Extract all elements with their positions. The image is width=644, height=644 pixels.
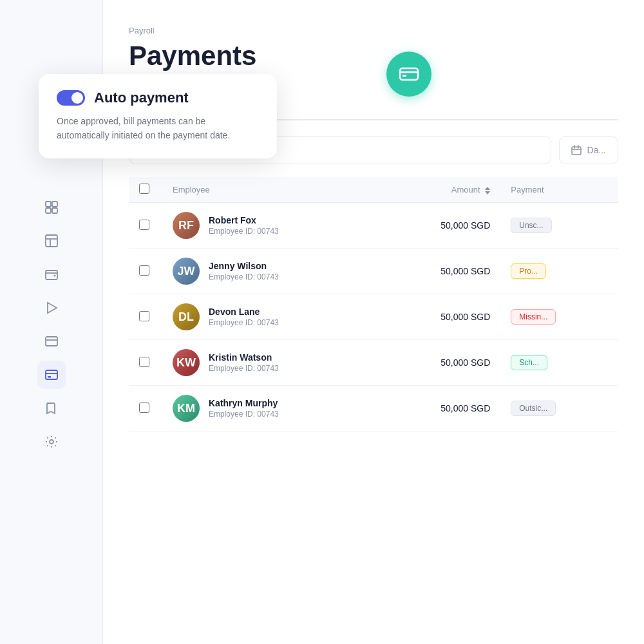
employee-name: Devon Lane [209, 307, 279, 317]
row-status-cell: Unsc... [500, 203, 618, 249]
employee-id: Employee ID: 00743 [209, 272, 279, 281]
payments-icon-button[interactable] [386, 52, 431, 97]
svg-rect-0 [400, 68, 418, 80]
table-row: KW Kristin Watson Employee ID: 00743 50,… [129, 340, 618, 386]
row-amount-cell: 50,000 SGD [368, 340, 501, 386]
breadcrumb: Payroll [129, 26, 618, 35]
svg-rect-2 [402, 75, 406, 77]
avatar: JW [173, 258, 200, 285]
payments-table: Employee Amount Payment RF Robert Fox [129, 177, 618, 431]
svg-rect-17 [48, 376, 51, 378]
sidebar-item-play[interactable] [37, 294, 66, 322]
employee-name: Jenny Wilson [209, 261, 279, 271]
toggle-knob [71, 92, 83, 104]
auto-payment-toggle[interactable] [57, 90, 85, 106]
amount-value: 50,000 SGD [440, 312, 490, 322]
employee-name: Kristin Watson [209, 352, 279, 363]
sidebar-item-layout[interactable] [37, 227, 66, 255]
row-status-cell: Missin... [500, 294, 618, 340]
sidebar-item-book[interactable] [37, 394, 66, 422]
table-row: KM Kathryn Murphy Employee ID: 00743 50,… [129, 386, 618, 431]
col-header-checkbox [129, 177, 162, 203]
row-amount-cell: 50,000 SGD [368, 203, 501, 249]
col-header-employee: Employee [162, 177, 368, 203]
row-checkbox-cell [129, 386, 162, 431]
col-header-payment: Payment [500, 177, 618, 203]
svg-rect-7 [46, 235, 57, 247]
employee-info: Jenny Wilson Employee ID: 00743 [209, 261, 279, 281]
row-checkbox[interactable] [139, 220, 149, 230]
svg-rect-10 [46, 270, 57, 279]
row-amount-cell: 50,000 SGD [368, 294, 501, 340]
row-amount-cell: 50,000 SGD [368, 386, 501, 431]
sidebar-item-card[interactable] [37, 327, 66, 355]
row-checkbox[interactable] [139, 265, 149, 276]
row-amount-cell: 50,000 SGD [368, 249, 501, 294]
row-status-cell: Sch... [500, 340, 618, 386]
row-employee-cell: KW Kristin Watson Employee ID: 00743 [162, 340, 368, 386]
svg-rect-5 [46, 208, 51, 213]
employee-info: Robert Fox Employee ID: 00743 [209, 215, 279, 236]
status-badge: Sch... [511, 355, 547, 370]
avatar: RF [173, 212, 200, 239]
sidebar-item-settings[interactable] [37, 428, 66, 456]
row-employee-cell: KM Kathryn Murphy Employee ID: 00743 [162, 386, 368, 431]
date-button-label: Da... [587, 145, 606, 155]
svg-rect-15 [46, 370, 57, 379]
col-header-amount[interactable]: Amount [368, 177, 501, 203]
employee-id: Employee ID: 00743 [209, 364, 279, 373]
amount-value: 50,000 SGD [440, 357, 490, 368]
row-checkbox-cell [129, 203, 162, 249]
row-employee-cell: JW Jenny Wilson Employee ID: 00743 [162, 249, 368, 294]
status-badge: Pro... [511, 263, 546, 279]
employee-id: Employee ID: 00743 [209, 227, 279, 236]
tooltip-title: Auto payment [94, 90, 189, 106]
table-row: DL Devon Lane Employee ID: 00743 50,000 … [129, 294, 618, 340]
employee-info: Devon Lane Employee ID: 00743 [209, 307, 279, 327]
row-status-cell: Outsic... [500, 386, 618, 431]
amount-value: 50,000 SGD [440, 266, 490, 276]
status-badge: Unsc... [511, 218, 551, 233]
select-all-checkbox[interactable] [139, 184, 149, 194]
date-button[interactable]: Da... [559, 136, 618, 164]
svg-point-18 [50, 440, 53, 444]
row-checkbox[interactable] [139, 402, 149, 413]
avatar: KW [173, 349, 200, 376]
status-badge: Missin... [511, 309, 556, 325]
svg-rect-4 [52, 202, 57, 207]
row-checkbox[interactable] [139, 311, 149, 321]
auto-payment-tooltip: Auto payment Once approved, bill payment… [39, 74, 277, 158]
sidebar-item-grid[interactable] [37, 193, 66, 222]
svg-rect-6 [52, 208, 57, 213]
svg-rect-3 [46, 202, 51, 207]
sidebar-item-payments[interactable] [37, 361, 66, 389]
row-status-cell: Pro... [500, 249, 618, 294]
row-checkbox-cell [129, 340, 162, 386]
tooltip-header: Auto payment [57, 90, 259, 106]
svg-marker-12 [48, 303, 57, 313]
employee-id: Employee ID: 00743 [209, 410, 279, 419]
avatar: KM [173, 395, 200, 422]
svg-rect-13 [46, 337, 57, 346]
row-checkbox[interactable] [139, 357, 149, 367]
employee-id: Employee ID: 00743 [209, 318, 279, 327]
avatar: DL [173, 303, 200, 330]
amount-value: 50,000 SGD [440, 220, 490, 231]
svg-rect-21 [572, 147, 581, 155]
status-badge: Outsic... [511, 401, 556, 416]
row-checkbox-cell [129, 249, 162, 294]
employee-info: Kristin Watson Employee ID: 00743 [209, 352, 279, 373]
amount-value: 50,000 SGD [440, 403, 490, 413]
row-checkbox-cell [129, 294, 162, 340]
amount-sort-icon [485, 187, 490, 194]
sidebar-item-wallet[interactable] [37, 260, 66, 289]
tooltip-body: Once approved, bill payments can be auto… [57, 114, 259, 143]
page-title: Payments [129, 41, 618, 71]
table-row: RF Robert Fox Employee ID: 00743 50,000 … [129, 203, 618, 249]
row-employee-cell: DL Devon Lane Employee ID: 00743 [162, 294, 368, 340]
table-row: JW Jenny Wilson Employee ID: 00743 50,00… [129, 249, 618, 294]
row-employee-cell: RF Robert Fox Employee ID: 00743 [162, 203, 368, 249]
employee-info: Kathryn Murphy Employee ID: 00743 [209, 398, 279, 419]
employee-name: Robert Fox [209, 215, 279, 225]
svg-point-11 [53, 275, 55, 277]
